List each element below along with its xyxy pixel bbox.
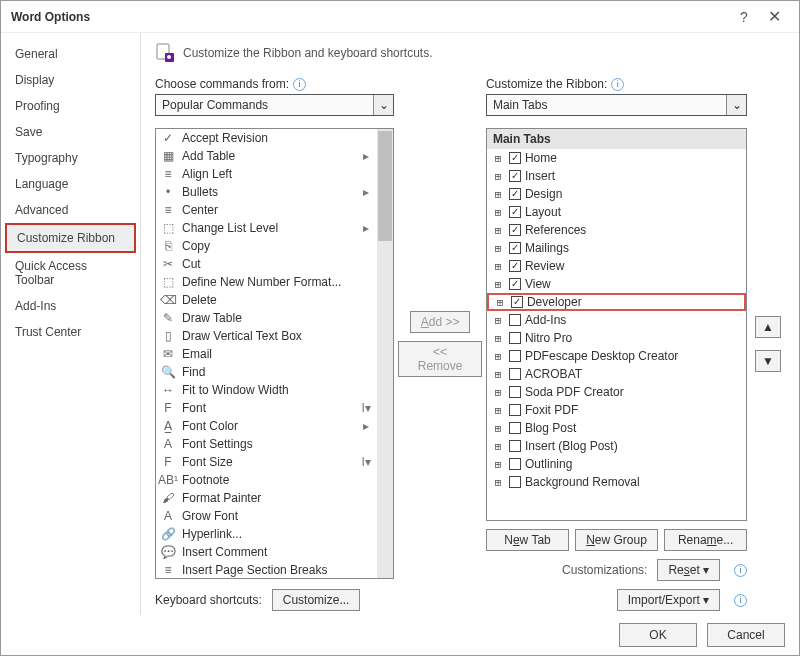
command-item[interactable]: 🔗Hyperlink... bbox=[156, 525, 377, 543]
close-icon[interactable]: ✕ bbox=[759, 7, 789, 26]
expander-icon[interactable]: ⊞ bbox=[491, 458, 505, 471]
command-item[interactable]: 💬Insert Comment bbox=[156, 543, 377, 561]
command-item[interactable]: A̲Font Color▸ bbox=[156, 417, 377, 435]
expander-icon[interactable]: ⊞ bbox=[491, 224, 505, 237]
command-item[interactable]: ≡Align Left bbox=[156, 165, 377, 183]
remove-button[interactable]: << Remove bbox=[398, 341, 482, 377]
ribbon-tab-soda-pdf-creator[interactable]: ⊞Soda PDF Creator bbox=[487, 383, 746, 401]
command-item[interactable]: ⌫Delete bbox=[156, 291, 377, 309]
sidebar-item-general[interactable]: General bbox=[5, 41, 136, 67]
ribbon-tab-nitro-pro[interactable]: ⊞Nitro Pro bbox=[487, 329, 746, 347]
command-item[interactable]: ✎Draw Table bbox=[156, 309, 377, 327]
expander-icon[interactable]: ⊞ bbox=[491, 170, 505, 183]
checkbox[interactable] bbox=[511, 296, 523, 308]
expander-icon[interactable]: ⊞ bbox=[491, 368, 505, 381]
sidebar-item-proofing[interactable]: Proofing bbox=[5, 93, 136, 119]
checkbox[interactable] bbox=[509, 386, 521, 398]
checkbox[interactable] bbox=[509, 476, 521, 488]
command-item[interactable]: ▦Add Table▸ bbox=[156, 147, 377, 165]
command-item[interactable]: ⎘Copy bbox=[156, 237, 377, 255]
expander-icon[interactable]: ⊞ bbox=[491, 188, 505, 201]
command-item[interactable]: ↔Fit to Window Width bbox=[156, 381, 377, 399]
sidebar-item-language[interactable]: Language bbox=[5, 171, 136, 197]
sidebar-item-typography[interactable]: Typography bbox=[5, 145, 136, 171]
command-item[interactable]: ✂Cut bbox=[156, 255, 377, 273]
command-item[interactable]: ≡Center bbox=[156, 201, 377, 219]
info-icon[interactable]: i bbox=[734, 594, 747, 607]
checkbox[interactable] bbox=[509, 332, 521, 344]
checkbox[interactable] bbox=[509, 260, 521, 272]
ribbon-tab-mailings[interactable]: ⊞Mailings bbox=[487, 239, 746, 257]
command-item[interactable]: ▯Draw Vertical Text Box bbox=[156, 327, 377, 345]
command-item[interactable]: ✓Accept Revision bbox=[156, 129, 377, 147]
expander-icon[interactable]: ⊞ bbox=[491, 440, 505, 453]
ribbon-tab-insert[interactable]: ⊞Insert bbox=[487, 167, 746, 185]
info-icon[interactable]: i bbox=[611, 78, 624, 91]
expander-icon[interactable]: ⊞ bbox=[491, 278, 505, 291]
info-icon[interactable]: i bbox=[293, 78, 306, 91]
checkbox[interactable] bbox=[509, 188, 521, 200]
rename-button[interactable]: Rename... bbox=[664, 529, 747, 551]
expander-icon[interactable]: ⊞ bbox=[491, 386, 505, 399]
checkbox[interactable] bbox=[509, 170, 521, 182]
checkbox[interactable] bbox=[509, 224, 521, 236]
expander-icon[interactable]: ⊞ bbox=[491, 422, 505, 435]
sidebar-item-advanced[interactable]: Advanced bbox=[5, 197, 136, 223]
ribbon-tab-pdfescape-desktop-creator[interactable]: ⊞PDFescape Desktop Creator bbox=[487, 347, 746, 365]
ribbon-tab-foxit-pdf[interactable]: ⊞Foxit PDF bbox=[487, 401, 746, 419]
expander-icon[interactable]: ⊞ bbox=[491, 314, 505, 327]
expander-icon[interactable]: ⊞ bbox=[491, 350, 505, 363]
ribbon-tab-background-removal[interactable]: ⊞Background Removal bbox=[487, 473, 746, 491]
cancel-button[interactable]: Cancel bbox=[707, 623, 785, 647]
expander-icon[interactable]: ⊞ bbox=[491, 332, 505, 345]
sidebar-item-customize-ribbon[interactable]: Customize Ribbon bbox=[5, 223, 136, 253]
command-item[interactable]: ≡Insert Page Section Breaks bbox=[156, 561, 377, 578]
command-item[interactable]: ⬚Change List Level▸ bbox=[156, 219, 377, 237]
ok-button[interactable]: OK bbox=[619, 623, 697, 647]
checkbox[interactable] bbox=[509, 440, 521, 452]
ribbon-tab-layout[interactable]: ⊞Layout bbox=[487, 203, 746, 221]
checkbox[interactable] bbox=[509, 242, 521, 254]
checkbox[interactable] bbox=[509, 314, 521, 326]
command-item[interactable]: 🔍Find bbox=[156, 363, 377, 381]
import-export-button[interactable]: Import/Export ▾ bbox=[617, 589, 720, 611]
move-up-button[interactable]: ▲ bbox=[755, 316, 781, 338]
expander-icon[interactable]: ⊞ bbox=[491, 404, 505, 417]
new-group-button[interactable]: New Group bbox=[575, 529, 658, 551]
command-item[interactable]: FFont SizeI▾ bbox=[156, 453, 377, 471]
expander-icon[interactable]: ⊞ bbox=[491, 260, 505, 273]
new-tab-button[interactable]: New Tab bbox=[486, 529, 569, 551]
checkbox[interactable] bbox=[509, 404, 521, 416]
checkbox[interactable] bbox=[509, 350, 521, 362]
scrollbar[interactable] bbox=[377, 129, 393, 578]
choose-commands-dropdown[interactable]: Popular Commands ⌄ bbox=[155, 94, 394, 116]
info-icon[interactable]: i bbox=[734, 564, 747, 577]
checkbox[interactable] bbox=[509, 206, 521, 218]
checkbox[interactable] bbox=[509, 422, 521, 434]
command-item[interactable]: AFont Settings bbox=[156, 435, 377, 453]
move-down-button[interactable]: ▼ bbox=[755, 350, 781, 372]
command-item[interactable]: ✉Email bbox=[156, 345, 377, 363]
ribbon-tab-developer[interactable]: ⊞Developer bbox=[487, 293, 746, 311]
checkbox[interactable] bbox=[509, 458, 521, 470]
command-item[interactable]: AGrow Font bbox=[156, 507, 377, 525]
expander-icon[interactable]: ⊞ bbox=[491, 476, 505, 489]
expander-icon[interactable]: ⊞ bbox=[491, 206, 505, 219]
command-item[interactable]: ⬚Define New Number Format... bbox=[156, 273, 377, 291]
ribbon-tabs-dropdown[interactable]: Main Tabs ⌄ bbox=[486, 94, 747, 116]
sidebar-item-save[interactable]: Save bbox=[5, 119, 136, 145]
ribbon-tab-blog-post[interactable]: ⊞Blog Post bbox=[487, 419, 746, 437]
ribbon-tab-home[interactable]: ⊞Home bbox=[487, 149, 746, 167]
expander-icon[interactable]: ⊞ bbox=[491, 242, 505, 255]
add-button[interactable]: Add >> bbox=[410, 311, 471, 333]
command-item[interactable]: •Bullets▸ bbox=[156, 183, 377, 201]
expander-icon[interactable]: ⊞ bbox=[491, 152, 505, 165]
command-item[interactable]: AB¹Footnote bbox=[156, 471, 377, 489]
reset-button[interactable]: Reset ▾ bbox=[657, 559, 720, 581]
ribbon-tab-add-ins[interactable]: ⊞Add-Ins bbox=[487, 311, 746, 329]
ribbon-tab-design[interactable]: ⊞Design bbox=[487, 185, 746, 203]
sidebar-item-quick-access-toolbar[interactable]: Quick Access Toolbar bbox=[5, 253, 136, 293]
ribbon-tab-insert-blog-post-[interactable]: ⊞Insert (Blog Post) bbox=[487, 437, 746, 455]
checkbox[interactable] bbox=[509, 368, 521, 380]
ribbon-tree[interactable]: Main Tabs⊞Home⊞Insert⊞Design⊞Layout⊞Refe… bbox=[486, 128, 747, 521]
